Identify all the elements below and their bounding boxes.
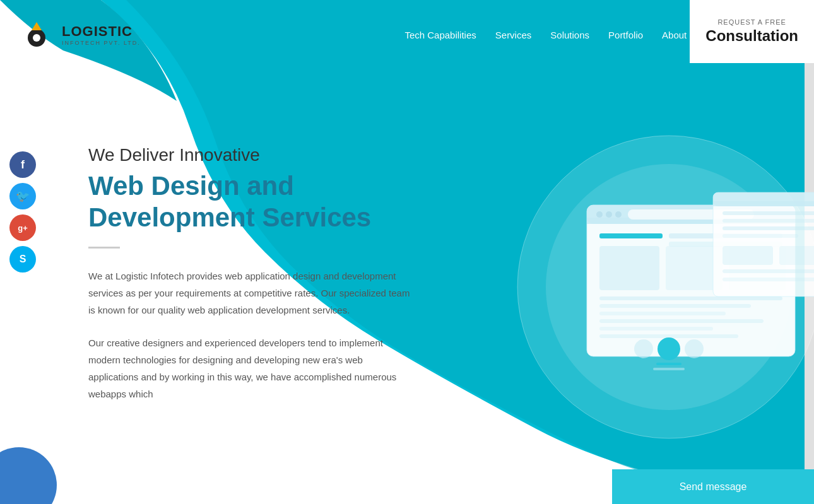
svg-rect-37 bbox=[779, 246, 814, 265]
svg-point-26 bbox=[685, 339, 704, 358]
logo[interactable]: LOGISTIC INFOTECH PVT. LTD. bbox=[25, 19, 141, 50]
svg-rect-21 bbox=[599, 319, 764, 323]
logo-icon bbox=[25, 19, 57, 50]
hero-title: Web Design and Development Services bbox=[88, 170, 410, 234]
twitter-button[interactable]: 🐦 bbox=[9, 183, 36, 209]
title-divider bbox=[88, 247, 120, 249]
svg-rect-33 bbox=[723, 219, 814, 223]
nav-solutions[interactable]: Solutions bbox=[550, 26, 589, 44]
social-sidebar: f 🐦 g+ S bbox=[9, 151, 36, 273]
svg-marker-1 bbox=[32, 22, 42, 30]
skype-icon: S bbox=[20, 254, 27, 265]
right-illustration bbox=[448, 69, 815, 504]
svg-rect-15 bbox=[599, 246, 659, 290]
svg-rect-35 bbox=[723, 234, 798, 238]
send-message-label: Send message bbox=[680, 481, 747, 493]
cta-consultation-button[interactable]: REQUEST A FREE Consultation bbox=[690, 0, 814, 63]
twitter-icon: 🐦 bbox=[16, 189, 30, 203]
svg-rect-38 bbox=[723, 269, 814, 273]
googleplus-button[interactable]: g+ bbox=[9, 214, 36, 241]
svg-rect-31 bbox=[713, 201, 814, 206]
svg-rect-12 bbox=[599, 233, 663, 238]
hero-subtitle: We Deliver Innovative bbox=[88, 145, 410, 165]
googleplus-icon: g+ bbox=[18, 223, 28, 233]
facebook-button[interactable]: f bbox=[9, 151, 36, 178]
nav-portfolio[interactable]: Portfolio bbox=[608, 26, 643, 44]
logo-text: LOGISTIC INFOTECH PVT. LTD. bbox=[62, 23, 141, 46]
left-content: We Deliver Innovative Web Design and Dev… bbox=[0, 69, 448, 504]
svg-point-24 bbox=[634, 339, 653, 358]
cta-main-label: Consultation bbox=[705, 27, 798, 45]
hero-illustration bbox=[505, 123, 814, 451]
svg-rect-19 bbox=[599, 304, 751, 308]
svg-point-10 bbox=[615, 211, 622, 218]
svg-point-9 bbox=[606, 211, 612, 218]
hero-description-1: We at Logistic Infotech provides web app… bbox=[88, 267, 410, 319]
send-message-bar[interactable]: Send message bbox=[612, 469, 814, 504]
svg-rect-27 bbox=[656, 363, 681, 365]
svg-point-8 bbox=[596, 211, 603, 218]
svg-rect-36 bbox=[723, 246, 773, 265]
cta-top-label: REQUEST A FREE bbox=[717, 18, 786, 27]
nav-tech-capabilities[interactable]: Tech Capabilities bbox=[404, 26, 476, 44]
skype-button[interactable]: S bbox=[9, 246, 36, 273]
facebook-icon: f bbox=[21, 158, 25, 172]
nav-about[interactable]: About bbox=[662, 26, 687, 44]
hero-description-2: Our creative designers and experienced d… bbox=[88, 334, 410, 402]
svg-rect-20 bbox=[599, 312, 726, 315]
svg-rect-28 bbox=[653, 368, 685, 370]
header: LOGISTIC INFOTECH PVT. LTD. Tech Capabil… bbox=[0, 0, 814, 69]
svg-rect-34 bbox=[723, 226, 814, 230]
svg-rect-22 bbox=[599, 327, 713, 331]
svg-point-25 bbox=[658, 337, 680, 360]
nav-services[interactable]: Services bbox=[495, 26, 532, 44]
svg-rect-18 bbox=[599, 296, 782, 300]
svg-rect-32 bbox=[723, 211, 814, 215]
svg-point-2 bbox=[33, 34, 40, 42]
svg-rect-39 bbox=[723, 278, 814, 281]
main-content: We Deliver Innovative Web Design and Dev… bbox=[0, 69, 814, 504]
